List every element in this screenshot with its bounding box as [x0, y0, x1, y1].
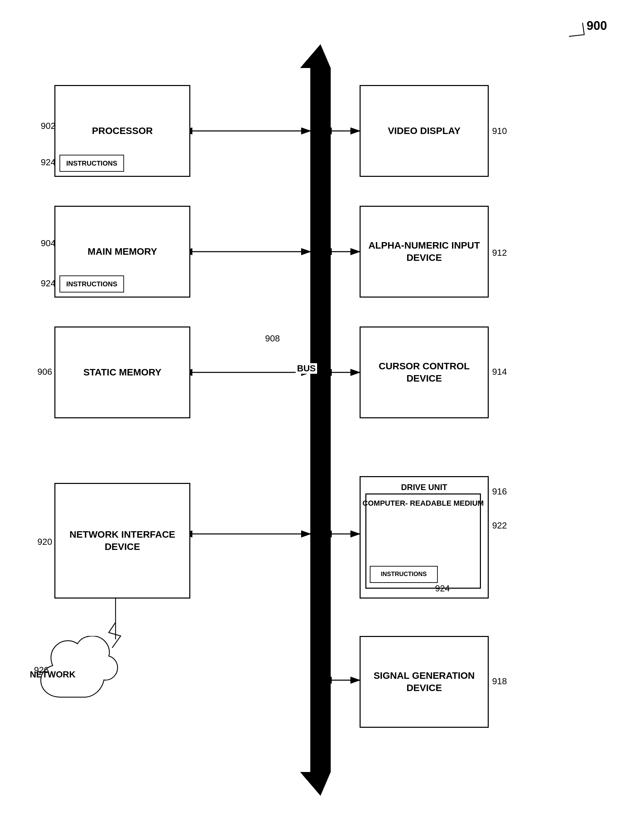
ref-904: 904: [41, 238, 55, 249]
svg-marker-5: [300, 44, 331, 68]
main-memory-instructions-box: INSTRUCTIONS: [60, 275, 124, 292]
network-interface-box: NETWORK INTERFACE DEVICE: [55, 483, 190, 599]
main-memory-instructions-label: INSTRUCTIONS: [66, 279, 117, 288]
alpha-numeric-label: ALPHA-NUMERIC INPUT DEVICE: [361, 239, 488, 264]
bus-ref-label: 908: [265, 333, 280, 344]
static-memory-box: STATIC MEMORY: [55, 326, 190, 418]
processor-instructions-label: INSTRUCTIONS: [66, 159, 117, 168]
svg-rect-4: [310, 68, 331, 772]
ref-924-drive: 924: [435, 583, 449, 594]
diagram-container: 900: [0, 0, 641, 840]
ref-926: 926: [34, 665, 48, 675]
ref-906: 906: [37, 367, 52, 377]
drive-unit-outer-box: DRIVE UNIT COMPUTER- READABLE MEDIUM INS…: [359, 476, 489, 599]
ref-902: 902: [41, 121, 55, 131]
cursor-control-label: CURSOR CONTROL DEVICE: [361, 360, 488, 385]
bus-label: BUS: [296, 363, 317, 374]
signal-generation-label: SIGNAL GENERATION DEVICE: [361, 670, 488, 695]
svg-marker-6: [300, 772, 331, 796]
figure-number: 900: [586, 19, 607, 33]
signal-generation-box: SIGNAL GENERATION DEVICE: [359, 636, 489, 728]
drive-instructions-box: INSTRUCTIONS: [370, 566, 438, 583]
ref-914: 914: [492, 367, 507, 377]
ref-918: 918: [492, 676, 507, 687]
processor-instructions-box: INSTRUCTIONS: [60, 155, 124, 172]
processor-label: PROCESSOR: [92, 125, 153, 137]
network-interface-label: NETWORK INTERFACE DEVICE: [55, 528, 189, 553]
alpha-numeric-box: ALPHA-NUMERIC INPUT DEVICE: [359, 206, 489, 297]
ref-924-mem: 924: [41, 278, 55, 289]
ref-924-proc: 924: [41, 157, 55, 168]
video-display-box: VIDEO DISPLAY: [359, 85, 489, 177]
drive-unit-label: DRIVE UNIT: [401, 482, 447, 493]
processor-box: PROCESSOR INSTRUCTIONS: [55, 85, 190, 177]
ref-920: 920: [37, 537, 52, 547]
main-memory-box: MAIN MEMORY INSTRUCTIONS: [55, 206, 190, 297]
ref-922: 922: [492, 520, 507, 531]
ref-916: 916: [492, 486, 507, 497]
main-memory-label: MAIN MEMORY: [88, 246, 157, 258]
crm-label: COMPUTER- READABLE MEDIUM: [362, 499, 484, 509]
drive-unit-inner-box: COMPUTER- READABLE MEDIUM INSTRUCTIONS: [366, 493, 481, 589]
ref-910: 910: [492, 126, 507, 136]
drive-instructions-label: INSTRUCTIONS: [381, 570, 427, 578]
ref-912: 912: [492, 247, 507, 258]
static-memory-label: STATIC MEMORY: [83, 366, 161, 378]
video-display-label: VIDEO DISPLAY: [388, 125, 461, 137]
cursor-control-box: CURSOR CONTROL DEVICE: [359, 326, 489, 418]
figure-arrow: [565, 21, 586, 40]
